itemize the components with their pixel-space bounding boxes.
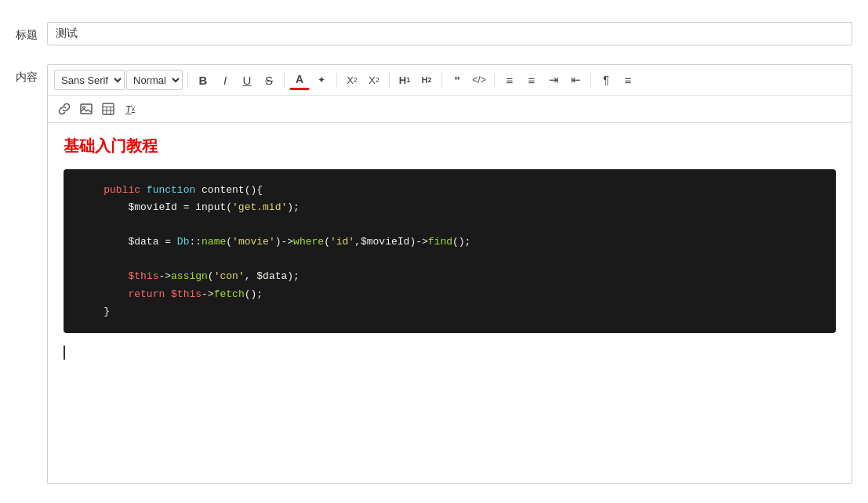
code-line-7: return $this->fetch();	[79, 286, 820, 303]
heading2-button[interactable]: H2	[416, 70, 437, 90]
paragraph-button[interactable]: ¶	[596, 70, 616, 90]
link-button[interactable]	[54, 99, 74, 119]
indent-left-button[interactable]: ⇤	[565, 70, 586, 90]
bold-button[interactable]: B	[193, 70, 213, 90]
code-line-6: $this->assign('con', $data);	[79, 268, 820, 285]
unordered-list-button[interactable]: ≡	[521, 70, 542, 90]
code-line-5	[79, 251, 820, 268]
font-color-button[interactable]: A	[289, 70, 310, 90]
content-row: 内容 Sans Serif Normal B I U S	[0, 58, 868, 490]
page-wrapper: 标题 内容 Sans Serif Normal B I	[0, 0, 868, 503]
table-button[interactable]	[98, 99, 118, 119]
toolbar-sep-3	[336, 73, 337, 87]
font-family-select[interactable]: Sans Serif	[54, 70, 125, 90]
editor-cursor	[64, 346, 836, 360]
clear-format-button[interactable]: Tx	[120, 99, 140, 119]
indent-right-button[interactable]: ⇥	[543, 70, 564, 90]
code-block: public function content(){ $movieId = in…	[64, 169, 836, 333]
svg-rect-0	[81, 104, 92, 114]
image-button[interactable]	[76, 99, 96, 119]
code-line-1: public function content(){	[79, 182, 820, 199]
code-line-2: $movieId = input('get.mid');	[79, 199, 820, 216]
subscript-button[interactable]: X2	[342, 70, 362, 90]
toolbar-sep-6	[494, 73, 495, 87]
italic-button[interactable]: I	[215, 70, 235, 90]
ordered-list-button[interactable]: ≡	[499, 70, 520, 90]
heading1-button[interactable]: H1	[394, 70, 415, 90]
blockquote-button[interactable]: "	[447, 70, 467, 90]
highlight-button[interactable]: ✦	[311, 70, 332, 90]
editor-container: Sans Serif Normal B I U S A ✦ X2 X2	[47, 64, 852, 484]
toolbar-sep-5	[441, 73, 442, 87]
svg-rect-2	[103, 103, 114, 114]
superscript-button[interactable]: X2	[364, 70, 384, 90]
link-icon	[58, 103, 71, 115]
code-line-3	[79, 216, 820, 233]
code-line-8: }	[79, 303, 820, 320]
font-size-select[interactable]: Normal	[126, 70, 183, 90]
table-icon	[102, 103, 114, 115]
editor-heading: 基础入门教程	[64, 136, 836, 157]
image-icon	[80, 103, 93, 115]
svg-point-1	[83, 107, 85, 109]
title-row: 标题	[0, 16, 868, 52]
editor-wrapper: Sans Serif Normal B I U S A ✦ X2 X2	[47, 64, 852, 484]
underline-button[interactable]: U	[237, 70, 257, 90]
align-button[interactable]: ≡	[618, 70, 638, 90]
strikethrough-button[interactable]: S	[259, 70, 279, 90]
title-label: 标题	[16, 22, 47, 42]
code-button[interactable]: </>	[469, 70, 489, 90]
title-input[interactable]	[47, 22, 852, 45]
toolbar-row2: Tx	[48, 96, 852, 123]
editor-body[interactable]: 基础入门教程 public function content(){ $movie…	[48, 123, 852, 483]
toolbar-row1: Sans Serif Normal B I U S A ✦ X2 X2	[48, 65, 852, 96]
toolbar-sep-2	[284, 73, 285, 87]
toolbar-sep-4	[389, 73, 390, 87]
toolbar-sep-7	[590, 73, 591, 87]
toolbar-sep-1	[187, 73, 188, 87]
content-label: 内容	[16, 64, 47, 85]
code-line-4: $data = Db::name('movie')->where('id',$m…	[79, 233, 820, 251]
title-field	[47, 22, 852, 45]
